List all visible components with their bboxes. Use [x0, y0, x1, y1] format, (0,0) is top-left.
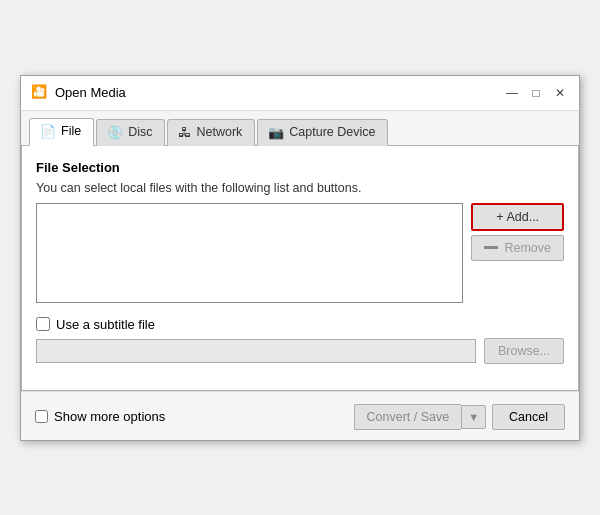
network-tab-icon: 🖧 — [178, 125, 191, 140]
minimize-button[interactable]: — — [503, 84, 521, 102]
bottom-bar: Show more options Convert / Save ▼ Cance… — [21, 391, 579, 440]
tabs-bar: 📄 File 💿 Disc 🖧 Network 📷 Capture Device — [21, 111, 579, 146]
cancel-button[interactable]: Cancel — [492, 404, 565, 430]
convert-save-arrow-button[interactable]: ▼ — [461, 405, 486, 429]
file-list-box[interactable] — [36, 203, 463, 303]
disc-tab-label: Disc — [128, 125, 152, 139]
close-button[interactable]: ✕ — [551, 84, 569, 102]
file-buttons: + Add... Remove — [471, 203, 564, 261]
title-bar-left: 🎦 Open Media — [31, 84, 126, 102]
section-title: File Selection — [36, 160, 564, 175]
maximize-button[interactable]: □ — [527, 84, 545, 102]
file-tab-content: File Selection You can select local file… — [21, 146, 579, 391]
convert-save-button: Convert / Save ▼ — [354, 404, 487, 430]
show-more-row: Show more options — [35, 409, 165, 424]
vlc-icon: 🎦 — [31, 84, 49, 102]
file-tab-label: File — [61, 124, 81, 138]
network-tab-label: Network — [196, 125, 242, 139]
file-area-row: + Add... Remove — [36, 203, 564, 303]
title-bar: 🎦 Open Media — □ ✕ — [21, 76, 579, 111]
remove-icon — [484, 246, 498, 249]
remove-button[interactable]: Remove — [471, 235, 564, 261]
browse-button[interactable]: Browse... — [484, 338, 564, 364]
tab-disc[interactable]: 💿 Disc — [96, 119, 165, 146]
subtitle-checkbox[interactable] — [36, 317, 50, 331]
subtitle-checkbox-row: Use a subtitle file — [36, 317, 564, 332]
disc-tab-icon: 💿 — [107, 125, 123, 140]
convert-save-main-button[interactable]: Convert / Save — [354, 404, 462, 430]
tab-capture[interactable]: 📷 Capture Device — [257, 119, 388, 146]
tab-file[interactable]: 📄 File — [29, 118, 94, 146]
show-more-checkbox[interactable] — [35, 410, 48, 423]
remove-label: Remove — [504, 241, 551, 255]
bottom-actions: Convert / Save ▼ Cancel — [354, 404, 566, 430]
show-more-label[interactable]: Show more options — [54, 409, 165, 424]
window-title: Open Media — [55, 85, 126, 100]
add-button[interactable]: + Add... — [471, 203, 564, 231]
subtitle-input-row: Browse... — [36, 338, 564, 364]
capture-tab-icon: 📷 — [268, 125, 284, 140]
open-media-dialog: 🎦 Open Media — □ ✕ 📄 File 💿 Disc 🖧 Netwo… — [20, 75, 580, 441]
tab-network[interactable]: 🖧 Network — [167, 119, 255, 146]
capture-tab-label: Capture Device — [289, 125, 375, 139]
subtitle-path-input[interactable] — [36, 339, 476, 363]
file-tab-icon: 📄 — [40, 124, 56, 139]
subtitle-section: Use a subtitle file Browse... — [36, 317, 564, 364]
subtitle-checkbox-label[interactable]: Use a subtitle file — [56, 317, 155, 332]
title-bar-controls: — □ ✕ — [503, 84, 569, 102]
section-description: You can select local files with the foll… — [36, 181, 564, 195]
